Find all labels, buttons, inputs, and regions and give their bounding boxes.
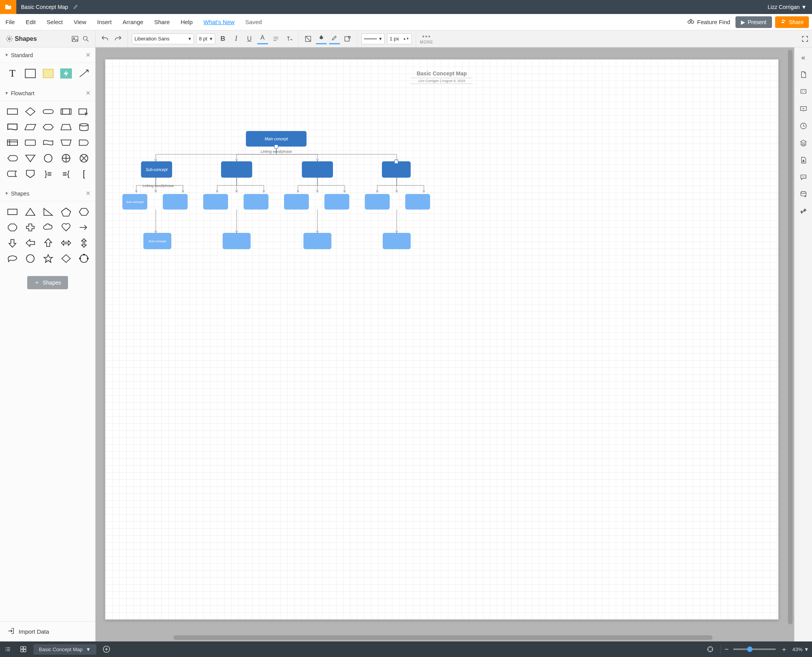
database-shape[interactable] [76,121,92,134]
more-button[interactable]: ••• MORE [416,33,437,44]
align-button[interactable] [270,33,281,44]
horizontal-scrollbar[interactable] [173,635,713,640]
page-tab[interactable]: Basic Concept Map ▼ [33,644,96,655]
arrow-shape[interactable] [76,67,92,80]
target-icon[interactable] [702,641,718,657]
list-view-icon[interactable] [0,641,16,657]
node-sub-concept[interactable] [382,161,411,178]
menu-edit[interactable]: Edit [20,19,41,25]
share-button[interactable]: Share [775,16,809,28]
cursor-icon[interactable] [76,105,92,118]
note-shape[interactable] [40,67,56,80]
section-flowchart[interactable]: ▼ Flowchart ✕ [0,86,95,101]
node-leaf[interactable] [203,194,228,210]
canvas-area[interactable]: Basic Concept Map Lizz Corrigan | August… [96,47,794,641]
predefined-shape[interactable] [58,105,74,118]
text-options-button[interactable] [284,33,294,44]
terminator-shape[interactable] [40,105,56,118]
bold-button[interactable]: B [218,33,228,44]
octagon-shape[interactable] [5,221,20,234]
display-shape[interactable] [5,152,20,165]
undo-button[interactable] [99,33,110,44]
zoom-knob[interactable] [747,647,753,652]
section-standard[interactable]: ▼ Standard ✕ [0,47,95,63]
import-data-button[interactable]: Import Data [0,621,95,641]
polygon-shape[interactable] [76,252,92,265]
zoom-value[interactable]: 43% ▼ [792,647,809,652]
bolt-shape[interactable] [58,67,74,80]
menu-insert[interactable]: Insert [92,19,117,25]
rectangle-shape[interactable] [5,205,20,218]
node-leaf[interactable] [365,194,390,210]
circle-shape[interactable] [23,252,38,265]
rect-shape[interactable] [23,67,38,80]
node-leaf[interactable] [324,194,349,210]
node-bottom[interactable] [303,233,331,249]
delay-shape[interactable] [76,136,92,149]
zoom-out-button[interactable]: − [723,645,730,654]
fill-color-button[interactable] [316,33,327,44]
data-shape[interactable] [23,121,38,134]
vertical-scrollbar[interactable] [788,50,793,624]
process-shape[interactable] [5,105,20,118]
arrow-up-block-shape[interactable] [40,236,56,250]
callout-shape[interactable] [5,252,20,265]
close-icon[interactable]: ✕ [85,190,91,197]
folder-icon[interactable] [0,0,16,14]
zoom-slider[interactable] [733,648,776,650]
bracket-shape[interactable]: [ [76,167,92,180]
present-icon[interactable] [797,101,810,117]
merge-shape[interactable] [23,152,38,165]
theme-icon[interactable] [797,152,810,168]
connector-handle[interactable] [274,145,278,149]
present-button[interactable]: ▶ Present [735,16,772,28]
arrow-left-block-shape[interactable] [23,236,38,250]
page-icon[interactable] [797,67,810,82]
star-shape[interactable] [40,252,56,265]
italic-button[interactable]: I [231,33,242,44]
history-icon[interactable] [797,118,810,134]
node-leaf[interactable] [405,194,430,210]
font-family-select[interactable]: Liberation Sans ▾ [132,33,194,44]
magic-icon[interactable] [797,204,810,219]
offpage-shape[interactable] [23,167,38,180]
cross-shape[interactable] [23,221,38,234]
trapezoid-shape[interactable] [58,121,74,134]
menu-select[interactable]: Select [41,19,68,25]
brace-right-shape[interactable]: }≡ [40,167,56,180]
section-shapes[interactable]: ▼ Shapes ✕ [0,186,95,201]
user-menu[interactable]: Lizz Corrigan ▼ [762,4,812,10]
node-leaf[interactable] [163,194,188,210]
line-width-select[interactable]: 1 px ▲▼ [387,33,412,44]
hexagon-shape[interactable] [40,121,56,134]
node-bottom[interactable]: Sub-concept [143,233,171,249]
decision-shape[interactable] [23,105,38,118]
feature-find[interactable]: Feature Find [687,17,730,26]
brace-left-shape[interactable]: ≡{ [58,167,74,180]
manual-input-shape[interactable] [58,136,74,149]
triangle-shape[interactable] [23,205,38,218]
summing-shape[interactable] [58,152,74,165]
heart-shape[interactable] [58,221,74,234]
menu-file[interactable]: File [0,19,20,25]
line-color-button[interactable] [329,33,340,44]
node-bottom[interactable] [383,233,411,249]
arrow-down-block-shape[interactable] [5,236,20,250]
pentagon-shape[interactable] [58,205,74,218]
connector-handle[interactable] [394,160,398,164]
cloud-shape[interactable] [40,221,56,234]
add-shapes-button[interactable]: ＋ Shapes [27,276,68,289]
close-icon[interactable]: ✕ [85,51,91,59]
or-shape[interactable] [76,152,92,165]
card-shape[interactable] [23,136,38,149]
collapse-panel-icon[interactable]: « [797,50,810,65]
stored-data-shape[interactable] [5,167,20,180]
node-sub-concept[interactable]: Sub-concept [141,161,172,178]
node-bottom[interactable] [223,233,251,249]
document-title[interactable]: Basic Concept Map [16,4,73,10]
layers-icon[interactable] [797,135,810,151]
chat-icon[interactable] [797,169,810,185]
canvas-page[interactable]: Basic Concept Map Lizz Corrigan | August… [105,59,779,620]
connector-shape[interactable] [40,152,56,165]
close-icon[interactable]: ✕ [85,89,91,97]
